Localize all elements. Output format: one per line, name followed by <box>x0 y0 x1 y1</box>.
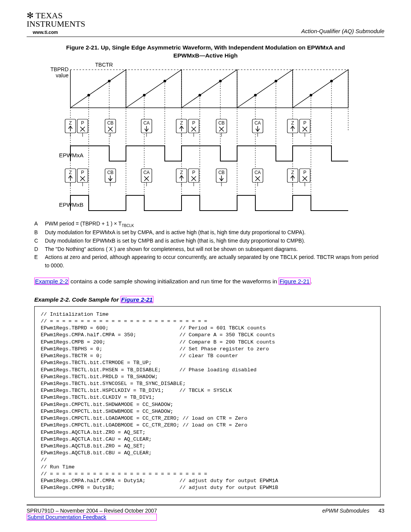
svg-text:Z: Z <box>291 120 294 126</box>
svg-text:Z: Z <box>180 120 183 126</box>
link-figure-2-21[interactable]: Figure 2-21 <box>279 278 310 285</box>
svg-text:CB: CB <box>107 170 114 175</box>
example-title-a: Example 2-2. Code Sample for <box>34 296 121 303</box>
svg-text:Z: Z <box>291 170 294 175</box>
page-footer: SPRU791D – November 2004 – Revised Octob… <box>27 505 384 521</box>
svg-text:CB: CB <box>218 170 225 175</box>
label-epwmxb: EPWMxB <box>59 201 83 208</box>
link-figure-2-21-b[interactable]: Figure 2-21 <box>121 296 154 303</box>
paragraph: Example 2-2 contains a code sample showi… <box>34 277 381 286</box>
note-e-lbl: E <box>34 253 45 270</box>
para-mid: contains a code sample showing initializ… <box>69 278 279 284</box>
code-sample: // Initialization Time // = = = = = = = … <box>34 306 381 497</box>
logo-line2: INSTRUMENTS <box>27 19 85 29</box>
para-end: . <box>311 278 312 284</box>
svg-text:Z: Z <box>69 170 72 175</box>
svg-text:CA: CA <box>255 120 261 126</box>
label-tbprd1: TBPRD <box>51 66 68 72</box>
timing-diagram: TBCTR TBPRD value <box>27 62 384 214</box>
note-a: PWM period = (TBPRD + 1 ) × TTBCLK <box>45 220 134 228</box>
note-a-lbl: A <box>34 220 45 228</box>
note-c-lbl: C <box>34 237 45 245</box>
label-tbctr: TBCTR <box>95 62 113 68</box>
svg-text:CA: CA <box>143 120 150 126</box>
svg-text:P: P <box>303 120 306 126</box>
svg-text:CB: CB <box>107 120 114 126</box>
section-title: Action-Qualifier (AQ) Submodule <box>301 28 384 35</box>
figure-caption-b: EPWMxB—Active High <box>174 52 238 59</box>
footer-page: 43 <box>378 508 384 514</box>
link-feedback[interactable]: Submit Documentation Feedback <box>27 514 157 521</box>
footer-section: ePWM Submodules <box>322 508 370 514</box>
link-example-2-2[interactable]: Example 2-2 <box>34 278 69 285</box>
note-d: The "Do Nothing" actions ( X ) are shown… <box>45 245 298 254</box>
ti-url: www.ti.com <box>33 30 85 35</box>
svg-text:P: P <box>81 120 84 126</box>
ti-logo: ✻ TEXAS INSTRUMENTS www.ti.com <box>27 11 85 35</box>
svg-text:Z: Z <box>69 120 72 126</box>
note-d-lbl: D <box>34 245 45 254</box>
note-b-lbl: B <box>34 228 45 237</box>
svg-text:P: P <box>303 170 306 175</box>
svg-text:CA: CA <box>255 170 261 175</box>
label-tbprd2: value <box>56 72 69 78</box>
svg-text:Z: Z <box>180 170 183 175</box>
note-b: Duty modulation for EPWMxA is set by CMP… <box>45 228 306 237</box>
note-c: Duty modulation for EPWMxB is set by CMP… <box>45 237 305 245</box>
svg-text:CB: CB <box>218 120 225 126</box>
svg-text:P: P <box>192 170 195 175</box>
svg-text:P: P <box>81 170 84 175</box>
svg-text:P: P <box>192 120 195 126</box>
example-title: Example 2-2. Code Sample for Figure 2-21 <box>34 296 381 303</box>
svg-text:CA: CA <box>143 170 150 175</box>
footer-docid: SPRU791D – November 2004 – Revised Octob… <box>27 508 157 514</box>
page-header: ✻ TEXAS INSTRUMENTS www.ti.com Action-Qu… <box>27 11 384 37</box>
figure-caption-a: Figure 2-21. Up, Single Edge Asymmetric … <box>66 44 345 51</box>
note-e: Actions at zero and period, although app… <box>45 253 381 270</box>
figure-caption: Figure 2-21. Up, Single Edge Asymmetric … <box>42 44 369 60</box>
figure-notes: A PWM period = (TBPRD + 1 ) × TTBCLK BDu… <box>34 220 381 270</box>
label-epwmxa: EPWMxA <box>59 152 83 158</box>
